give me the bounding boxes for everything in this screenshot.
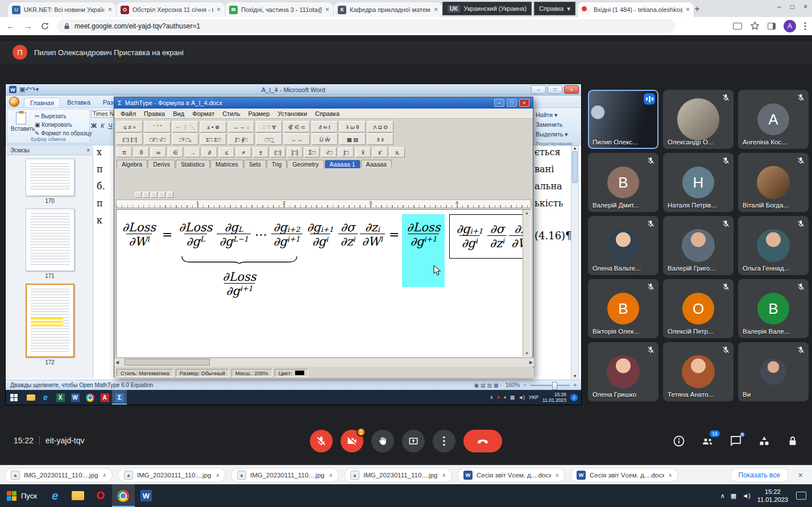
taskbar-app-icon[interactable]: e: [44, 484, 67, 507]
chevron-up-icon[interactable]: ∧: [329, 472, 333, 478]
zoom-out-button[interactable]: −: [523, 382, 527, 388]
palette-tab[interactable]: Matrices: [210, 160, 243, 168]
scroll-up-icon[interactable]: ▲: [525, 211, 529, 215]
symbol-palette-button[interactable]: ´ ˆ ˜: [144, 121, 171, 132]
palette-tab[interactable]: Sets: [244, 160, 266, 168]
symbol-button[interactable]: x′: [372, 147, 388, 157]
browser-tab[interactable]: U UKR.NET: Всі новини України, ост... ×: [8, 2, 116, 17]
tab-close-icon[interactable]: ×: [434, 6, 438, 14]
tab-close-icon[interactable]: ×: [325, 6, 329, 14]
window-maximize-button[interactable]: □: [790, 3, 794, 11]
menu-item[interactable]: Вид: [169, 110, 188, 117]
page-thumbnail-image[interactable]: [26, 159, 74, 196]
shared-screen-presentation[interactable]: W ▣↶↷▾ А_І_4 - Microsoft Word – □ × Глав…: [6, 84, 581, 405]
palette-tab[interactable]: Аааааа: [361, 160, 392, 168]
mathtype-maximize-button[interactable]: □: [507, 99, 517, 107]
notifications-icon[interactable]: [796, 492, 806, 500]
participant-tile[interactable]: Ольга Геннад...: [738, 216, 809, 275]
participant-tile[interactable]: Олена Вальте...: [588, 216, 658, 275]
symbol-palette-button[interactable]: ⋯ ⋮ ⋱: [172, 121, 198, 132]
thumbnails-panel[interactable]: 170 171 172: [7, 155, 93, 379]
taskbar-app-icon[interactable]: [23, 390, 38, 405]
symbol-button[interactable]: π: [117, 147, 132, 157]
participant-tile[interactable]: Ви: [738, 342, 809, 401]
paste-button[interactable]: Вставить: [11, 112, 31, 132]
symbol-palette-button[interactable]: ∂ ∞ ℓ: [312, 121, 338, 132]
scroll-left-icon[interactable]: ◀: [115, 360, 119, 365]
taskbar-app-icon[interactable]: W: [135, 484, 158, 507]
select-button[interactable]: Выделить ▾: [536, 130, 580, 139]
participant-tile[interactable]: Віталій Богда...: [738, 153, 809, 212]
mini-toolbar-button[interactable]: ▫: [151, 192, 158, 198]
view-mode-icon[interactable]: ▤: [480, 383, 486, 388]
template-palette-button[interactable]: Σ□ Σ□: [200, 134, 226, 145]
view-mode-icon[interactable]: ▦: [494, 383, 499, 388]
screen-share-indicator-icon[interactable]: [733, 23, 742, 30]
show-all-downloads-button[interactable]: Показать все: [730, 468, 789, 483]
participant-tile[interactable]: Н Наталя Петрів...: [663, 153, 734, 212]
symbol-palette-button[interactable]: Λ Ω Θ: [367, 121, 393, 132]
chat-button[interactable]: [729, 434, 743, 448]
present-button[interactable]: [402, 430, 425, 452]
participant-tile[interactable]: Тетяна Анато...: [663, 342, 734, 401]
people-button[interactable]: 16: [701, 434, 714, 448]
taskbar-app-icon[interactable]: [82, 390, 97, 405]
mic-toggle-button[interactable]: [310, 430, 333, 452]
symbol-button[interactable]: ∫□: [338, 147, 354, 157]
participant-tile[interactable]: Олександр О...: [663, 90, 734, 149]
new-tab-button[interactable]: +: [691, 3, 703, 15]
template-palette-button[interactable]: □/□ √□: [144, 134, 171, 145]
symbol-button[interactable]: (□): [270, 147, 285, 157]
back-button[interactable]: ←: [6, 21, 16, 31]
ribbon-tab[interactable]: Вставка: [61, 98, 96, 107]
menu-item[interactable]: Правка: [140, 110, 169, 117]
scrollbar-thumb[interactable]: [125, 359, 210, 365]
menu-item[interactable]: Формат: [188, 110, 218, 117]
page-thumbnail[interactable]: 172: [26, 284, 74, 365]
more-options-button[interactable]: [433, 430, 455, 452]
scroll-down-icon[interactable]: ▼: [573, 374, 577, 378]
download-item[interactable]: ▲ IMG_20230111_110....jpg ∧: [5, 468, 113, 483]
window-minimize-button[interactable]: –: [777, 3, 781, 11]
mini-toolbar-button[interactable]: ▫: [135, 192, 142, 198]
symbol-button[interactable]: ≤: [219, 147, 234, 157]
symbol-button[interactable]: √□: [321, 147, 337, 157]
symbol-button[interactable]: ∞: [151, 147, 166, 157]
participant-tile[interactable]: О Олексій Петр...: [663, 279, 734, 338]
participant-tile[interactable]: А Ангеліна Кос...: [738, 90, 809, 149]
symbol-button[interactable]: ∂: [202, 147, 217, 157]
menu-item[interactable]: Файл: [117, 110, 140, 117]
template-palette-button[interactable]: □² □₂: [172, 134, 198, 145]
network-tray-icon[interactable]: ▦: [510, 394, 515, 400]
cut-button[interactable]: ✂ Вырезать: [35, 112, 92, 120]
menu-item[interactable]: Стиль: [218, 110, 244, 117]
view-mode-icon[interactable]: ▥: [487, 383, 492, 388]
download-item[interactable]: ▲ IMG_20230111_110....jpg ∧: [344, 468, 452, 483]
palette-tab[interactable]: Statistics: [176, 160, 210, 168]
taskbar-app-icon[interactable]: [67, 484, 89, 507]
chevron-up-icon[interactable]: ∧: [102, 472, 106, 478]
address-bar[interactable]: meet.google.com/eit-yajd-tqv?authuser=1: [57, 19, 676, 33]
taskbar-app-icon[interactable]: W: [68, 390, 82, 405]
clock[interactable]: 15:26 11.01.2023: [542, 392, 566, 403]
mathtype-minimize-button[interactable]: –: [494, 99, 504, 107]
italic-button[interactable]: К: [101, 122, 104, 129]
activities-button[interactable]: [757, 434, 771, 448]
symbol-button[interactable]: ≠: [236, 147, 251, 157]
browser-menu-icon[interactable]: [804, 22, 806, 31]
thumbnails-panel-header[interactable]: Эскизы ×: [7, 146, 93, 155]
participant-tile[interactable]: Олена Гришко: [588, 342, 658, 401]
taskbar-app-icon[interactable]: A: [97, 390, 112, 405]
symbol-palette-button[interactable]: ∉ ∈ ⊂: [284, 121, 310, 132]
browser-tab[interactable]: ✉ Похідні, частина 3 - 111ota@ukr.n... ×: [225, 2, 333, 17]
raise-hand-button[interactable]: [371, 430, 394, 452]
tab-close-icon[interactable]: ×: [686, 6, 690, 14]
notification-badge[interactable]: 2: [570, 394, 578, 401]
scroll-up-icon[interactable]: ▲: [573, 146, 577, 150]
mini-toolbar-button[interactable]: ▫: [143, 192, 150, 198]
mathtype-ruler[interactable]: 1234: [116, 200, 531, 208]
template-palette-button[interactable]: ▦ ▤: [339, 134, 366, 145]
hidden-icons-icon[interactable]: ∧: [720, 492, 725, 500]
palette-tab[interactable]: Derivs: [148, 160, 175, 168]
browser-tab[interactable]: К Кафедра прикладної математ... ×: [334, 2, 442, 17]
